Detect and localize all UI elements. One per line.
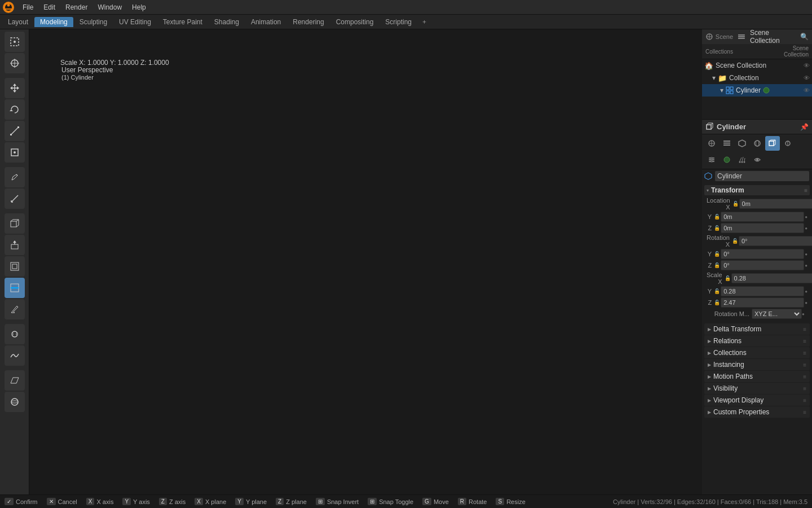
collections-menu[interactable]: ≡ <box>803 350 806 356</box>
tab-scripting[interactable]: Scripting <box>379 17 417 27</box>
tool-cursor[interactable] <box>5 53 25 73</box>
rotation-x-lock[interactable]: 🔓 <box>732 238 738 244</box>
svg-rect-98 <box>723 141 730 142</box>
rotation-z-input[interactable] <box>721 260 804 270</box>
tool-knife[interactable] <box>5 299 25 319</box>
scale-z-dot[interactable]: ● <box>805 300 807 305</box>
scene-collection-eye[interactable]: 👁 <box>804 62 810 69</box>
viewport-display-menu[interactable]: ≡ <box>803 397 806 404</box>
rotation-mode-select[interactable]: XYZ E... <box>752 309 802 319</box>
tool-scale[interactable] <box>5 121 25 141</box>
outliner-filter[interactable]: 🔍 <box>800 33 809 41</box>
menu-window[interactable]: Window <box>93 2 126 12</box>
rotation-mode-dot[interactable]: ● <box>802 312 807 317</box>
tab-animation[interactable]: Animation <box>245 17 286 27</box>
collection-eye[interactable]: 👁 <box>804 75 810 81</box>
location-z-dot[interactable]: ● <box>805 226 807 231</box>
relations-menu[interactable]: ≡ <box>803 338 806 344</box>
rotation-y-lock[interactable]: 🔓 <box>714 251 720 257</box>
instancing-section[interactable]: ▶ Instancing ≡ <box>704 359 810 370</box>
props-icon-scene2[interactable] <box>735 136 749 151</box>
props-icon-physics[interactable] <box>750 152 765 167</box>
tool-merge[interactable] <box>5 324 25 344</box>
custom-properties-section[interactable]: ▶ Custom Properties ≡ <box>704 406 810 418</box>
props-icon-renderlayer[interactable] <box>720 136 734 151</box>
tool-shear[interactable] <box>5 370 25 391</box>
scale-x-lock[interactable]: 🔓 <box>725 275 731 281</box>
tool-move[interactable] <box>5 78 25 98</box>
tab-modeling[interactable]: Modeling <box>34 17 73 27</box>
scale-y-input[interactable] <box>721 286 804 296</box>
motion-paths-section[interactable]: ▶ Motion Paths ≡ <box>704 371 810 382</box>
scale-z-input[interactable] <box>721 297 804 308</box>
props-icon-world[interactable] <box>750 136 765 151</box>
rotation-x-input[interactable] <box>739 236 812 246</box>
collections-section[interactable]: ▶ Collections ≡ <box>704 347 810 358</box>
tool-loop-cut[interactable] <box>5 278 25 298</box>
props-icon-object[interactable] <box>765 136 780 151</box>
motion-paths-menu[interactable]: ≡ <box>803 374 806 380</box>
tool-to-sphere[interactable] <box>5 392 25 412</box>
tool-extrude[interactable] <box>5 235 25 255</box>
location-x-lock[interactable]: 🔓 <box>732 201 739 207</box>
rotation-y-input[interactable] <box>721 249 804 259</box>
tool-smooth[interactable] <box>5 345 25 366</box>
props-pin-button[interactable]: 📌 <box>800 123 809 131</box>
tab-layout[interactable]: Layout <box>2 17 34 27</box>
tab-compositing[interactable]: Compositing <box>330 17 379 27</box>
location-y-input[interactable] <box>721 212 804 222</box>
outliner-item-collection[interactable]: ▾ 📁 Collection 👁 <box>702 72 812 84</box>
tab-sculpting[interactable]: Sculpting <box>74 17 113 27</box>
instancing-menu[interactable]: ≡ <box>803 362 806 368</box>
props-icon-data[interactable] <box>704 152 719 167</box>
viewport-display-section[interactable]: ▶ Viewport Display ≡ <box>704 395 810 406</box>
tool-annotate[interactable] <box>5 167 25 187</box>
tool-inset[interactable] <box>5 256 25 277</box>
tool-add-cube[interactable] <box>5 213 25 234</box>
visibility-section[interactable]: ▶ Visibility ≡ <box>704 383 810 394</box>
props-icon-particles[interactable] <box>735 152 749 167</box>
location-y-lock[interactable]: 🔓 <box>714 214 720 220</box>
menu-help[interactable]: Help <box>127 2 151 12</box>
location-y-dot[interactable]: ● <box>805 214 807 220</box>
menu-file[interactable]: File <box>18 2 38 12</box>
tool-rotate[interactable] <box>5 99 25 120</box>
transform-section-header[interactable]: ▾ Transform ≡ <box>704 185 810 195</box>
scale-y-dot[interactable]: ● <box>805 289 807 294</box>
tool-transform[interactable] <box>5 142 25 163</box>
relations-section[interactable]: ▶ Relations ≡ <box>704 335 810 347</box>
custom-props-menu[interactable]: ≡ <box>803 409 806 415</box>
cylinder-eye[interactable]: 👁 <box>804 87 810 94</box>
visibility-menu[interactable]: ≡ <box>803 386 806 392</box>
object-name-input[interactable] <box>715 171 809 181</box>
location-z-input[interactable] <box>721 223 804 233</box>
tab-uv-editing[interactable]: UV Editing <box>113 17 157 27</box>
cylinder-expand-icon[interactable]: ▾ <box>720 86 723 94</box>
collection-expand-icon[interactable]: ▾ <box>712 74 716 82</box>
scale-z-lock[interactable]: 🔓 <box>714 300 720 305</box>
props-icon-scene[interactable] <box>704 136 719 151</box>
scale-y-lock[interactable]: 🔓 <box>714 288 720 294</box>
tab-texture-paint[interactable]: Texture Paint <box>157 17 208 27</box>
delta-menu[interactable]: ≡ <box>803 326 806 332</box>
tab-rendering[interactable]: Rendering <box>287 17 329 27</box>
delta-transform-section[interactable]: ▶ Delta Transform ≡ <box>704 323 810 335</box>
rotation-z-lock[interactable]: 🔓 <box>714 262 720 268</box>
outliner-item-cylinder[interactable]: ▾ Cylinder 👁 <box>702 84 812 97</box>
tab-shading[interactable]: Shading <box>209 17 245 27</box>
location-x-input[interactable] <box>739 199 812 209</box>
rotation-z-dot[interactable]: ● <box>805 263 807 268</box>
tool-select-box[interactable] <box>5 32 25 52</box>
add-workspace-button[interactable]: ＋ <box>418 16 431 27</box>
rotation-y-dot[interactable]: ● <box>805 252 807 257</box>
transform-menu[interactable]: ≡ <box>804 187 807 194</box>
props-icon-constraints[interactable] <box>780 136 795 151</box>
menu-edit[interactable]: Edit <box>39 2 60 12</box>
outliner-item-scene-collection[interactable]: 🏠 Scene Collection 👁 <box>702 59 812 72</box>
props-icon-material[interactable] <box>720 152 734 167</box>
tool-measure[interactable] <box>5 189 25 209</box>
location-z-lock[interactable]: 🔓 <box>714 225 720 231</box>
menu-render[interactable]: Render <box>61 2 92 12</box>
status-bar: ✓ Confirm ✕ Cancel X X axis Y Y axis Z Z… <box>0 494 812 508</box>
scale-x-input[interactable] <box>731 273 812 283</box>
